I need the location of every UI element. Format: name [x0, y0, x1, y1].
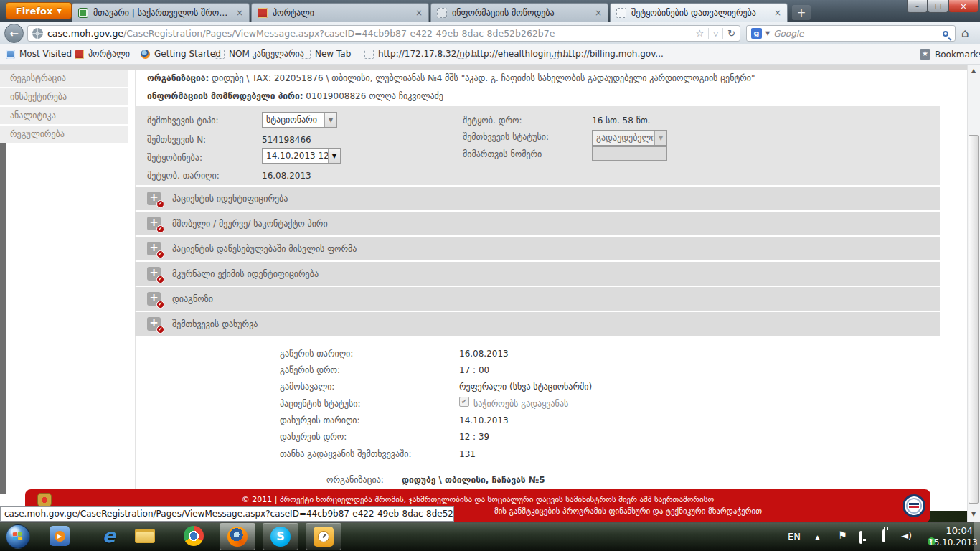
check-badge-icon: ✔ [156, 276, 164, 283]
section-doctor-identification[interactable]: +✔ მკურნალი ექიმის იდენტიფიცირება [135, 262, 940, 286]
section-parent-guardian[interactable]: +✔ მშობელი / მეურვე/ საკონტაქტო პირი [135, 212, 940, 235]
check-badge-icon: ✔ [156, 250, 164, 258]
sidebar-item-regulation[interactable]: რეგულირება [0, 126, 128, 143]
search-input[interactable] [773, 29, 939, 39]
system-clock[interactable]: 10:04 15.10.2013 [928, 524, 973, 550]
minimize-button[interactable]: – [907, 0, 928, 13]
sidebar-item-registration[interactable]: რეგისტრაცია [0, 70, 128, 87]
restore-button[interactable]: □ [928, 0, 948, 13]
reload-icon[interactable]: ↻ [727, 28, 735, 39]
internet-explorer-icon[interactable]: e [99, 526, 119, 546]
scroll-down-icon[interactable]: ▼ [970, 511, 977, 517]
divider [708, 28, 709, 39]
start-button[interactable] [6, 524, 30, 549]
scrollbar-thumb[interactable] [969, 135, 979, 504]
chevron-down-icon[interactable]: ▼ [324, 113, 336, 127]
provider-label: ინფორმაციის მომწოდებელი პირი: [147, 91, 303, 101]
firefox-icon [141, 50, 150, 59]
outlook-taskbar-button[interactable] [306, 523, 341, 550]
close-icon[interactable]: × [415, 8, 423, 18]
outcome-value: რეფერალი (სხვა სტაციონარში) [459, 382, 592, 392]
bookmark-getting-started[interactable]: Getting Started [141, 49, 221, 59]
chevron-down-icon[interactable]: ▼ [328, 149, 340, 163]
section-arrival-form[interactable]: +✔ პაციენტის დაწესებულებაში მისვლის ფორმ… [135, 237, 940, 260]
bookmark-nom[interactable]: NOM კანცელარია [215, 49, 304, 59]
plus-icon[interactable]: +✔ [147, 217, 161, 230]
skype-taskbar-button[interactable]: S [263, 523, 298, 550]
referral-number-input[interactable] [592, 146, 667, 161]
section-patient-identification[interactable]: +✔ პაციენტის იდენტიფიცირება [135, 187, 940, 210]
notification-value: 14.10.2013 12:39 [263, 151, 328, 161]
history-dropdown-icon[interactable]: ▽ [713, 30, 718, 37]
network-icon[interactable] [859, 532, 862, 542]
chevron-down-icon: ▼ [57, 7, 62, 14]
bookmarks-panel-label: Bookmarks [935, 50, 980, 60]
section-case-closure[interactable]: +✔ შემთხვევის დახურვა [135, 312, 940, 336]
scroll-up-icon[interactable]: ▲ [970, 67, 977, 74]
notification-time-label: შეტყობ. დრო: [463, 116, 522, 126]
hidden-icons-arrow[interactable]: ▲ [815, 534, 820, 541]
home-icon[interactable]: ⌂ [961, 26, 969, 40]
tab-information[interactable]: ინფორმაციის მოწოდება × [430, 3, 608, 22]
firefox-menu-label: Firefox [16, 6, 53, 17]
language-indicator[interactable]: EN [788, 531, 801, 542]
power-plug-icon[interactable] [882, 531, 885, 541]
most-visited-icon [6, 50, 15, 59]
sidebar-item-inspection[interactable]: ინსპექტირება [0, 88, 128, 105]
tab-title: ინფორმაციის მოწოდება [452, 8, 587, 18]
url-bar[interactable]: case.moh.gov.ge/CaseRegistration/Pages/V… [27, 25, 740, 42]
case-status-select[interactable]: გადაუდებელი ▼ [592, 130, 667, 146]
georgia-emblem-icon [75, 50, 84, 59]
case-type-value: სტაციონარი [263, 115, 324, 125]
plus-icon[interactable]: +✔ [147, 317, 161, 331]
plus-icon[interactable]: +✔ [147, 192, 161, 205]
tab-home[interactable]: მთავარი | საქართველოს შრომის, ... × [72, 3, 250, 22]
close-window-button[interactable]: × [948, 0, 979, 13]
page-top-strip [0, 65, 967, 70]
action-center-flag-icon[interactable]: ⚑ [838, 529, 847, 541]
bookmark-billing[interactable]: http://billing.moh.gov... [550, 49, 664, 59]
case-status-label: შემთხვევის სტატუსი: [463, 132, 549, 142]
bookmark-most-visited[interactable]: Most Visited [6, 49, 72, 59]
plus-icon[interactable]: +✔ [147, 292, 161, 306]
bookmark-new-tab[interactable]: New Tab [301, 49, 351, 59]
plus-icon[interactable]: +✔ [147, 242, 161, 255]
discharge-time-value: 17 : 00 [459, 365, 489, 375]
skype-icon: S [270, 527, 291, 547]
search-icon[interactable] [943, 31, 948, 37]
patient-status-checkbox[interactable]: ✔ [459, 397, 469, 407]
georgia-emblem-favicon [258, 8, 268, 18]
chevron-down-icon[interactable]: ▼ [765, 30, 770, 37]
tab-view-message-active[interactable]: შეტყობინების დათვალიერება × [610, 3, 788, 22]
show-desktop-button[interactable] [974, 522, 980, 551]
patient-status-value: საჭიროებს გადაყვანას [473, 399, 568, 409]
notification-select[interactable]: 14.10.2013 12:39 ▼ [262, 148, 341, 164]
section-diagnosis[interactable]: +✔ დიაგნოზი [135, 287, 940, 311]
bookmark-label: http://billing.moh.gov... [563, 49, 664, 59]
patient-status-label: პაციენტის სტატუსი: [280, 399, 361, 409]
media-player-icon[interactable]: ▶ [50, 526, 70, 546]
case-type-select[interactable]: სტაციონარი ▼ [262, 112, 337, 128]
sidebar-item-analytics[interactable]: ანალიტიკა [0, 107, 128, 124]
default-bookmark-icon [301, 50, 311, 59]
organization-header: ორგანიზაცია: დიდუბე \ TAX: 202051876 \ თ… [147, 73, 755, 83]
close-icon[interactable]: × [595, 8, 602, 18]
bookmark-portal[interactable]: პორტალი [75, 49, 130, 59]
bookmark-star-icon[interactable]: ☆ [696, 28, 705, 39]
section-label: დიაგნოზი [172, 294, 213, 304]
new-tab-button[interactable]: + [792, 5, 811, 20]
back-button[interactable]: ← [4, 24, 24, 43]
close-icon[interactable]: × [774, 8, 781, 18]
firefox-menu-button[interactable]: Firefox ▼ [6, 2, 72, 19]
firefox-taskbar-button[interactable] [220, 523, 255, 550]
plus-icon[interactable]: +✔ [147, 267, 161, 281]
bookmarks-panel-button[interactable]: ★ Bookmarks [920, 49, 980, 60]
close-icon[interactable]: × [236, 8, 243, 18]
file-explorer-icon[interactable] [135, 529, 155, 543]
chrome-icon[interactable] [184, 526, 204, 546]
notification-date-value: 16.08.2013 [262, 171, 311, 181]
volume-icon[interactable]: ◄) [901, 530, 912, 541]
chevron-down-icon: ▼ [654, 131, 666, 145]
search-box[interactable]: g ▼ [746, 25, 956, 42]
tab-portal[interactable]: პორტალი × [251, 3, 429, 22]
